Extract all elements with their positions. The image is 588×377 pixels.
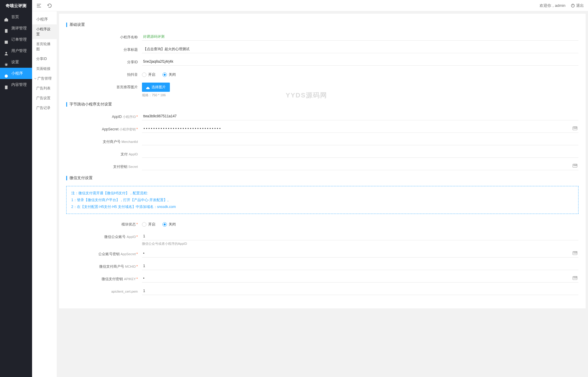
nav-label: 用户管理	[11, 45, 27, 56]
radio-icon	[162, 222, 167, 227]
nav-label: 小程序	[11, 68, 23, 79]
nav-label: 首页	[11, 11, 19, 23]
radio-douyin: 开启 关闭	[142, 70, 578, 79]
radio-label: 关闭	[169, 72, 176, 77]
label-cert: apiclient_cert.pem	[66, 287, 142, 296]
radio-douyin-on[interactable]: 开启	[142, 72, 155, 77]
radio-status-off[interactable]: 关闭	[162, 222, 176, 227]
label-pay-appid: 支付 AppID	[66, 150, 142, 159]
section-title-text: 字节跳动小程序支付设置	[69, 102, 112, 107]
subnav-header: 小程序	[32, 14, 57, 24]
nav-label: 测评管理	[11, 23, 27, 34]
input-appsecret[interactable]	[142, 125, 578, 133]
input-cert[interactable]	[142, 287, 578, 295]
label-appsecret: AppSecret 小程序密钥*	[66, 125, 142, 134]
svg-rect-0	[5, 29, 8, 33]
title-bar-icon	[66, 23, 67, 27]
svg-point-4	[5, 75, 8, 78]
input-apikey[interactable]	[142, 275, 578, 283]
header: 欢迎你，admin 退出	[32, 0, 588, 11]
input-mchid[interactable]	[142, 262, 578, 270]
section-title-text: 微信支付设置	[69, 175, 93, 181]
subnav-group-label: 广告管理	[37, 76, 52, 81]
label-miniapp-name: 小程序名称	[66, 33, 142, 42]
section-title-text: 基础设置	[69, 22, 85, 27]
logout-button[interactable]: 退出	[571, 3, 584, 8]
nav-users[interactable]: 用户管理	[0, 45, 32, 56]
input-pay-appid[interactable]	[142, 150, 578, 158]
input-wx-appid[interactable]	[142, 232, 578, 240]
subnav-ad-list[interactable]: 广告列表	[32, 83, 57, 93]
section-bytedance-title: 字节跳动小程序支付设置	[66, 102, 578, 107]
nav-miniapp[interactable]: 小程序	[0, 68, 32, 79]
radio-douyin-off[interactable]: 关闭	[162, 72, 176, 77]
radio-module-status: 开启 关闭	[142, 220, 578, 229]
subnav-share-id[interactable]: 分享ID	[32, 54, 57, 64]
keyboard-icon	[573, 276, 577, 280]
label-home-img: 首页推荐图片	[66, 83, 142, 92]
title-bar-icon	[66, 102, 67, 107]
label-apikey: 微信支付密钥 APIKEY*	[66, 275, 142, 283]
radio-status-on[interactable]: 开启	[142, 222, 155, 227]
subnav-carousel[interactable]: 首页轮播图	[32, 39, 57, 54]
subnav-ad-records[interactable]: 广告记录	[32, 103, 57, 113]
input-share-id[interactable]	[142, 58, 578, 66]
radio-label: 开启	[148, 72, 155, 77]
input-appid[interactable]	[142, 112, 578, 120]
section-basic-title: 基础设置	[66, 22, 578, 27]
keyboard-icon	[573, 251, 577, 255]
radio-icon	[142, 222, 146, 227]
label-share-title: 分享标题	[66, 45, 142, 54]
nav-orders[interactable]: 订单管理	[0, 34, 32, 45]
keyboard-icon	[573, 127, 577, 130]
nav-settings[interactable]: 设置	[0, 56, 32, 68]
nav-content[interactable]: 内容管理	[0, 79, 32, 90]
label-mchid: 微信支付商户号 MCHID*	[66, 262, 142, 271]
welcome-text: 欢迎你，admin	[540, 3, 565, 8]
label-wx-appid: 微信公众账号 AppID*	[66, 232, 142, 241]
input-share-title[interactable]	[142, 45, 578, 53]
label-douyin: 拍抖音	[66, 70, 142, 79]
section-wechat-title: 微信支付设置	[66, 175, 578, 181]
subnav-ad-group[interactable]: 广告管理	[32, 74, 57, 83]
input-merchant[interactable]	[142, 137, 578, 145]
user-icon	[4, 49, 8, 53]
input-pay-secret[interactable]	[142, 162, 578, 170]
app-logo: 奇喵云评测	[0, 0, 32, 11]
nav-label: 设置	[11, 56, 19, 68]
form-panel: 基础设置 小程序名称 分享标题 分享ID 拍抖音 开启 关闭 首页推荐图片	[59, 14, 586, 308]
file-icon	[4, 83, 8, 87]
subnav-ad-settings[interactable]: 广告设置	[32, 93, 57, 103]
menu-toggle-icon[interactable]	[36, 3, 42, 8]
subnav-page-link[interactable]: 页面链接	[32, 64, 57, 74]
wx-appid-help: 微信公众号或者小程序的AppID	[142, 242, 578, 246]
note-line: 2：在【支付配置-H5支付-H5 支付域名】中添加域名：snssdk.com	[71, 204, 573, 210]
label-wx-secret: 公众账号密钥 AppSecret*	[66, 250, 142, 258]
note-line: 1：登录【微信支付商户平台】，打开【产品中心-开发配置】。	[71, 197, 573, 204]
app-icon	[4, 71, 8, 75]
upload-image-button[interactable]: 选择图片	[142, 83, 170, 92]
note-line: 注：微信支付需开通【微信H5支付】，配置流程:	[71, 190, 573, 197]
subnav-miniapp-settings[interactable]: 小程序设置	[32, 24, 57, 39]
input-wx-secret[interactable]	[142, 250, 578, 258]
nav-label: 订单管理	[11, 34, 27, 45]
refresh-icon[interactable]	[47, 3, 52, 8]
title-bar-icon	[66, 176, 67, 180]
gear-icon	[4, 60, 8, 64]
nav-label: 内容管理	[11, 79, 27, 90]
wechat-note-box: 注：微信支付需开通【微信H5支付】，配置流程: 1：登录【微信支付商户平台】，打…	[66, 186, 578, 214]
nav-assessment[interactable]: 测评管理	[0, 23, 32, 34]
label-pay-secret: 支付密钥 Secret	[66, 162, 142, 171]
radio-label: 关闭	[169, 222, 176, 227]
input-miniapp-name[interactable]	[142, 33, 578, 41]
subnav: 小程序 小程序设置 首页轮播图 分享ID 页面链接 广告管理 广告列表 广告设置…	[32, 11, 57, 311]
nav-home[interactable]: 首页	[0, 11, 32, 23]
power-icon	[571, 4, 575, 8]
keyboard-icon	[573, 164, 577, 168]
svg-rect-1	[5, 41, 8, 44]
radio-icon	[162, 72, 167, 77]
main-sidebar: 奇喵云评测 首页 测评管理 订单管理 用户管理 设置 小程序 内容管理	[0, 0, 32, 311]
home-icon	[4, 15, 8, 19]
cloud-upload-icon	[146, 86, 150, 89]
label-appid: AppID 小程序ID*	[66, 112, 142, 121]
